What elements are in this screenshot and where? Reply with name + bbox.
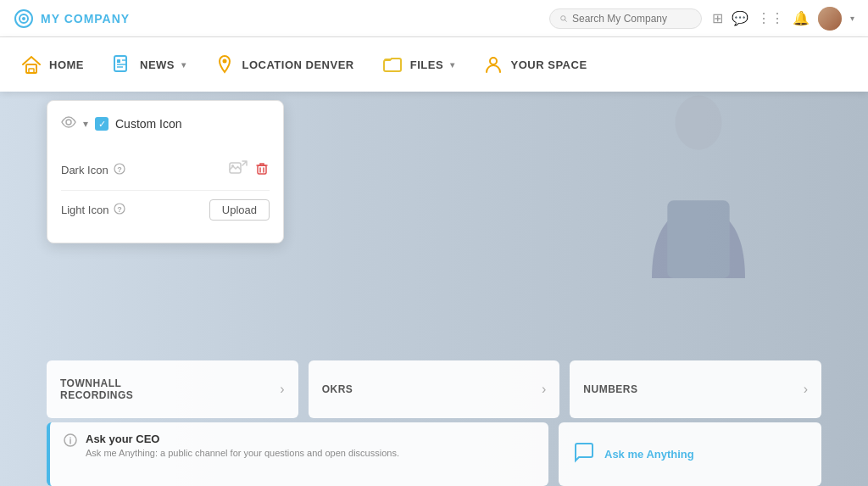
nav-item-news[interactable]: NEWS ▾: [111, 53, 186, 75]
custom-icon-checkbox[interactable]: ✓: [95, 117, 108, 131]
company-name: MY COMPANY: [41, 12, 130, 25]
nav-bar: HOME NEWS ▾ LOCATION DENVER: [0, 37, 868, 92]
svg-point-28: [70, 437, 71, 439]
nav-item-home[interactable]: HOME: [20, 53, 84, 75]
apps-grid-icon[interactable]: ⋮⋮: [757, 10, 784, 26]
ask-anything-label: Ask me Anything: [604, 448, 694, 461]
nav-label-files: FILES: [410, 59, 443, 71]
panel-left-description: Ask me Anything: a public channel for yo…: [86, 447, 399, 460]
svg-rect-21: [258, 165, 266, 174]
light-icon-help-icon[interactable]: ?: [114, 203, 125, 217]
top-bar-left: MY COMPANY: [14, 8, 130, 29]
nav-item-space[interactable]: YOUR SPACE: [482, 53, 587, 75]
gallery-icon[interactable]: [229, 159, 248, 182]
light-icon-row: Light Icon ? Upload: [61, 190, 270, 229]
dropdown-panel: ▾ ✓ Custom Icon Dark Icon ?: [47, 100, 284, 243]
company-logo-icon: [14, 8, 34, 29]
svg-rect-8: [117, 59, 120, 63]
svg-rect-6: [29, 69, 34, 73]
chat-bubble-icon[interactable]: 💬: [732, 10, 748, 26]
dark-icon-label: Dark Icon ?: [61, 163, 125, 177]
news-icon: [111, 53, 133, 75]
nav-item-location[interactable]: LOCATION DENVER: [214, 53, 354, 75]
cards-row: TOWNHALL RECORDINGS › OKRS › NUMBERS ›: [47, 360, 821, 418]
info-icon: [64, 433, 77, 450]
home-icon: [20, 53, 42, 75]
nav-label-location: LOCATION DENVER: [242, 59, 354, 71]
dropdown-chevron-icon[interactable]: ▾: [83, 118, 88, 130]
light-icon-text: Light Icon: [61, 204, 108, 216]
search-input[interactable]: [572, 13, 691, 25]
eye-icon[interactable]: [61, 115, 76, 133]
avatar-chevron-icon[interactable]: ▾: [850, 14, 854, 23]
files-chevron-icon: ▾: [450, 60, 455, 70]
card-numbers[interactable]: NUMBERS ›: [570, 360, 821, 418]
panel-left-title: Ask your CEO: [86, 433, 399, 445]
svg-rect-7: [114, 56, 126, 71]
card-arrow-numbers: ›: [804, 382, 808, 397]
chat-icon: [572, 440, 596, 469]
grid-icon[interactable]: ⊞: [712, 10, 723, 26]
nav-label-news: NEWS: [140, 59, 175, 71]
card-townhall[interactable]: TOWNHALL RECORDINGS ›: [47, 360, 298, 418]
svg-point-20: [231, 165, 234, 167]
svg-text:?: ?: [117, 165, 122, 174]
svg-point-16: [66, 120, 71, 125]
dark-icon-help-icon[interactable]: ?: [114, 163, 125, 177]
light-icon-label: Light Icon ?: [61, 203, 125, 217]
svg-point-14: [676, 96, 722, 150]
custom-icon-checkbox-label[interactable]: ✓ Custom Icon: [95, 117, 182, 131]
bell-icon[interactable]: 🔔: [793, 10, 810, 26]
news-chevron-icon: ▾: [181, 60, 186, 70]
files-icon: [381, 53, 403, 75]
card-title-numbers: NUMBERS: [583, 383, 637, 395]
location-icon: [214, 53, 236, 75]
card-title-townhall: TOWNHALL RECORDINGS: [60, 377, 133, 401]
bottom-panel-left[interactable]: Ask your CEO Ask me Anything: a public c…: [47, 422, 548, 486]
main-content: ▾ ✓ Custom Icon Dark Icon ?: [0, 92, 868, 486]
panel-left-content: Ask your CEO Ask me Anything: a public c…: [86, 433, 399, 460]
card-arrow-townhall: ›: [280, 382, 284, 397]
bottom-panels: Ask your CEO Ask me Anything: a public c…: [47, 422, 821, 486]
bottom-panel-right[interactable]: Ask me Anything: [559, 422, 821, 486]
nav-label-space: YOUR SPACE: [511, 59, 587, 71]
top-bar-right: ⊞ 💬 ⋮⋮ 🔔 ▾: [549, 7, 854, 31]
hero-image: [614, 92, 783, 278]
svg-text:?: ?: [118, 205, 123, 214]
card-title-okrs: OKRS: [322, 383, 353, 395]
svg-rect-15: [667, 200, 729, 278]
svg-point-2: [22, 17, 25, 20]
dark-icon-row: Dark Icon ?: [61, 150, 270, 190]
search-icon: [560, 14, 567, 24]
nav-item-files[interactable]: FILES ▾: [381, 53, 455, 75]
trash-icon[interactable]: [254, 161, 270, 180]
space-icon: [482, 53, 504, 75]
top-bar: MY COMPANY ⊞ 💬 ⋮⋮ 🔔 ▾: [0, 0, 868, 37]
dark-icon-actions: [229, 159, 270, 182]
card-arrow-okrs: ›: [542, 382, 546, 397]
search-box[interactable]: [549, 8, 702, 29]
card-okrs[interactable]: OKRS ›: [309, 360, 560, 418]
svg-line-4: [565, 20, 566, 21]
light-icon-actions: Upload: [209, 199, 270, 221]
dropdown-header: ▾ ✓ Custom Icon: [61, 115, 270, 133]
custom-icon-label: Custom Icon: [115, 117, 182, 131]
avatar[interactable]: [818, 7, 842, 31]
upload-button[interactable]: Upload: [209, 199, 270, 221]
top-icons: ⊞ 💬 ⋮⋮ 🔔 ▾: [712, 7, 854, 31]
nav-label-home: HOME: [49, 59, 84, 71]
svg-point-12: [222, 59, 226, 64]
svg-point-13: [490, 58, 497, 64]
dark-icon-text: Dark Icon: [61, 164, 108, 176]
